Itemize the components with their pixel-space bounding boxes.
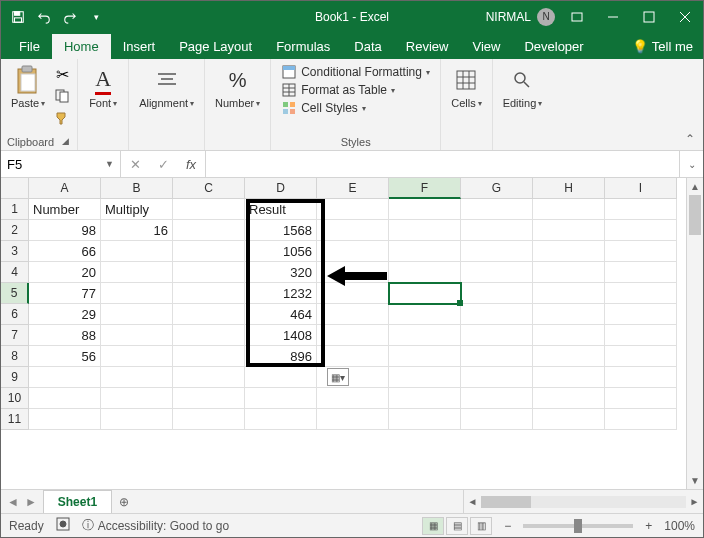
- font-button[interactable]: A Font▾: [84, 63, 122, 111]
- cell-C9[interactable]: [173, 367, 245, 388]
- formula-input[interactable]: [206, 151, 679, 177]
- row-header-4[interactable]: 4: [1, 262, 29, 283]
- cell-D5[interactable]: 1232: [245, 283, 317, 304]
- cell-H7[interactable]: [533, 325, 605, 346]
- cell-C8[interactable]: [173, 346, 245, 367]
- qat-customize-icon[interactable]: ▾: [85, 6, 107, 28]
- cell-B1[interactable]: Multiply: [101, 199, 173, 220]
- cell-D1[interactable]: Result: [245, 199, 317, 220]
- row-header-7[interactable]: 7: [1, 325, 29, 346]
- row-header-1[interactable]: 1: [1, 199, 29, 220]
- cell-F2[interactable]: [389, 220, 461, 241]
- cell-D6[interactable]: 464: [245, 304, 317, 325]
- cell-C7[interactable]: [173, 325, 245, 346]
- cell-A7[interactable]: 88: [29, 325, 101, 346]
- cell-C4[interactable]: [173, 262, 245, 283]
- cell-G5[interactable]: [461, 283, 533, 304]
- cell-E7[interactable]: [317, 325, 389, 346]
- row-header-10[interactable]: 10: [1, 388, 29, 409]
- cell-H1[interactable]: [533, 199, 605, 220]
- autofill-options-icon[interactable]: ▦▾: [327, 368, 349, 386]
- grid[interactable]: ABCDEFGHI1NumberMultiplyResult2981615683…: [1, 178, 703, 430]
- save-icon[interactable]: [7, 6, 29, 28]
- cell-B10[interactable]: [101, 388, 173, 409]
- tab-file[interactable]: File: [7, 34, 52, 59]
- cell-H2[interactable]: [533, 220, 605, 241]
- conditional-formatting-button[interactable]: Conditional Formatting▾: [277, 63, 434, 81]
- row-header-11[interactable]: 11: [1, 409, 29, 430]
- row-header-3[interactable]: 3: [1, 241, 29, 262]
- tab-data[interactable]: Data: [342, 34, 393, 59]
- scroll-up-icon[interactable]: ▲: [687, 178, 703, 195]
- col-header-H[interactable]: H: [533, 178, 605, 199]
- cell-G7[interactable]: [461, 325, 533, 346]
- close-icon[interactable]: [667, 1, 703, 32]
- normal-view-icon[interactable]: ▦: [422, 517, 444, 535]
- cell-C10[interactable]: [173, 388, 245, 409]
- format-as-table-button[interactable]: Format as Table▾: [277, 81, 434, 99]
- cell-styles-button[interactable]: Cell Styles▾: [277, 99, 434, 117]
- cell-A9[interactable]: [29, 367, 101, 388]
- hscroll-thumb[interactable]: [481, 496, 531, 508]
- cell-C5[interactable]: [173, 283, 245, 304]
- cell-I8[interactable]: [605, 346, 677, 367]
- cell-I2[interactable]: [605, 220, 677, 241]
- cell-F6[interactable]: [389, 304, 461, 325]
- zoom-level[interactable]: 100%: [664, 519, 695, 533]
- clipboard-dialog-launcher-icon[interactable]: ◢: [62, 136, 71, 146]
- scroll-left-icon[interactable]: ◄: [464, 496, 481, 507]
- cell-B5[interactable]: [101, 283, 173, 304]
- sheet-tab-sheet1[interactable]: Sheet1: [43, 490, 112, 513]
- tab-view[interactable]: View: [460, 34, 512, 59]
- undo-icon[interactable]: [33, 6, 55, 28]
- tab-home[interactable]: Home: [52, 34, 111, 59]
- cell-C11[interactable]: [173, 409, 245, 430]
- collapse-ribbon-icon[interactable]: ⌃: [685, 132, 695, 146]
- copy-icon[interactable]: [53, 87, 71, 105]
- row-header-2[interactable]: 2: [1, 220, 29, 241]
- row-header-8[interactable]: 8: [1, 346, 29, 367]
- cell-B3[interactable]: [101, 241, 173, 262]
- cell-D2[interactable]: 1568: [245, 220, 317, 241]
- cell-E10[interactable]: [317, 388, 389, 409]
- tab-review[interactable]: Review: [394, 34, 461, 59]
- cell-H8[interactable]: [533, 346, 605, 367]
- cell-G10[interactable]: [461, 388, 533, 409]
- cell-G4[interactable]: [461, 262, 533, 283]
- cell-H9[interactable]: [533, 367, 605, 388]
- cell-C6[interactable]: [173, 304, 245, 325]
- cell-B9[interactable]: [101, 367, 173, 388]
- cell-B4[interactable]: [101, 262, 173, 283]
- cell-I10[interactable]: [605, 388, 677, 409]
- cell-E8[interactable]: [317, 346, 389, 367]
- cell-A6[interactable]: 29: [29, 304, 101, 325]
- expand-formula-bar-icon[interactable]: ⌄: [679, 151, 703, 177]
- select-all-corner[interactable]: [1, 178, 29, 199]
- cell-G3[interactable]: [461, 241, 533, 262]
- tab-formulas[interactable]: Formulas: [264, 34, 342, 59]
- cell-E5[interactable]: [317, 283, 389, 304]
- cell-I9[interactable]: [605, 367, 677, 388]
- cell-D8[interactable]: 896: [245, 346, 317, 367]
- cell-C2[interactable]: [173, 220, 245, 241]
- new-sheet-icon[interactable]: ⊕: [112, 490, 136, 513]
- col-header-D[interactable]: D: [245, 178, 317, 199]
- sheet-prev-icon[interactable]: ◄: [7, 495, 19, 509]
- cell-G6[interactable]: [461, 304, 533, 325]
- name-box-dropdown-icon[interactable]: ▼: [105, 159, 114, 169]
- cell-I7[interactable]: [605, 325, 677, 346]
- cell-H5[interactable]: [533, 283, 605, 304]
- cell-G11[interactable]: [461, 409, 533, 430]
- cell-E4[interactable]: [317, 262, 389, 283]
- scroll-thumb[interactable]: [689, 195, 701, 235]
- horizontal-scrollbar[interactable]: ◄ ►: [463, 490, 703, 513]
- col-header-E[interactable]: E: [317, 178, 389, 199]
- cell-F11[interactable]: [389, 409, 461, 430]
- cell-D11[interactable]: [245, 409, 317, 430]
- cell-H6[interactable]: [533, 304, 605, 325]
- cell-I4[interactable]: [605, 262, 677, 283]
- cell-C1[interactable]: [173, 199, 245, 220]
- cell-F4[interactable]: [389, 262, 461, 283]
- cell-H10[interactable]: [533, 388, 605, 409]
- scroll-right-icon[interactable]: ►: [686, 496, 703, 507]
